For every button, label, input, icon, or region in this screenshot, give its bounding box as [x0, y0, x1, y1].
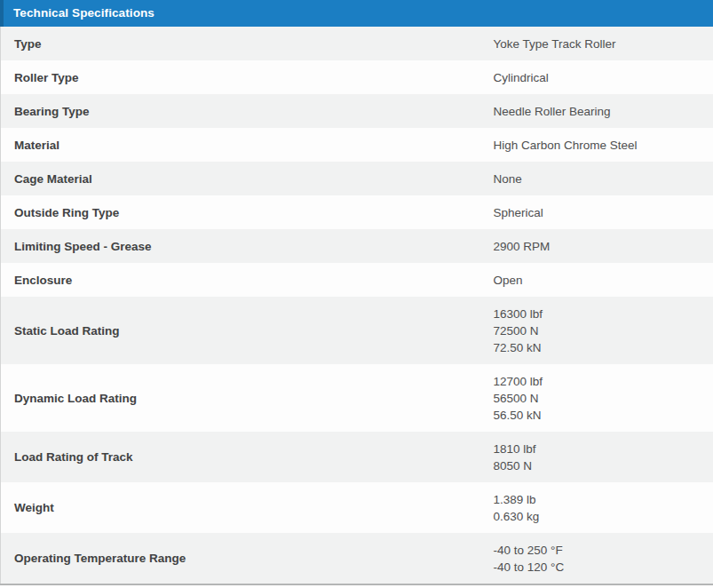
spec-label: Dynamic Load Rating: [1, 364, 480, 432]
spec-value: Needle Roller Bearing: [480, 94, 713, 128]
spec-value: 1810 lbf8050 N: [480, 432, 713, 482]
spec-row: Load Rating of Track 1810 lbf8050 N: [1, 432, 713, 482]
spec-label: Type: [1, 27, 480, 60]
spec-row: Operating Temperature Range -40 to 250 °…: [1, 533, 713, 584]
spec-value-line: 16300 lbf: [494, 306, 707, 322]
spec-row: Enclosure Open: [1, 263, 713, 297]
spec-label: Operating Temperature Range: [1, 533, 480, 584]
spec-value-line: 56500 N: [494, 390, 707, 407]
spec-value-line: 2900 RPM: [494, 238, 707, 255]
spec-row: Material High Carbon Chrome Steel: [1, 128, 713, 162]
spec-value-line: 1810 lbf: [494, 441, 707, 457]
spec-value-line: 72.50 kN: [494, 339, 707, 356]
spec-value-line: -40 to 120 °C: [494, 559, 707, 576]
spec-value: Cylindrical: [480, 60, 713, 94]
spec-value: -40 to 250 °F-40 to 120 °C: [480, 533, 713, 584]
spec-row: Bearing Type Needle Roller Bearing: [1, 94, 713, 128]
spec-value: Yoke Type Track Roller: [480, 27, 713, 60]
spec-table-body: Type Yoke Type Track Roller Roller Type …: [1, 27, 713, 584]
spec-value-line: None: [494, 171, 707, 187]
spec-row: Outside Ring Type Spherical: [1, 195, 713, 229]
spec-row: Roller Type Cylindrical: [1, 60, 713, 94]
spec-label: Limiting Speed - Grease: [1, 229, 480, 263]
spec-value-line: Yoke Type Track Roller: [494, 36, 707, 52]
spec-row: Weight 1.389 lb0.630 kg: [1, 482, 713, 533]
spec-row: Static Load Rating 16300 lbf72500 N72.50…: [1, 297, 713, 364]
spec-value-line: Cylindrical: [494, 69, 707, 86]
spec-value: Spherical: [480, 195, 713, 229]
spec-label: Load Rating of Track: [1, 432, 480, 482]
spec-value: None: [480, 162, 713, 195]
spec-value: High Carbon Chrome Steel: [480, 128, 713, 162]
spec-value: 1.389 lb0.630 kg: [480, 482, 713, 533]
spec-value: 12700 lbf56500 N56.50 kN: [480, 364, 713, 432]
spec-value-line: Open: [494, 272, 707, 289]
technical-specifications-panel: Technical Specifications Type Yoke Type …: [0, 0, 713, 585]
spec-value: Open: [480, 263, 713, 297]
spec-value-line: Needle Roller Bearing: [494, 103, 707, 120]
spec-table: Type Yoke Type Track Roller Roller Type …: [0, 27, 713, 585]
spec-row: Limiting Speed - Grease 2900 RPM: [1, 229, 713, 263]
spec-label: Outside Ring Type: [1, 195, 480, 229]
spec-row: Cage Material None: [1, 162, 713, 195]
spec-value-line: 1.389 lb: [494, 491, 707, 508]
spec-row: Type Yoke Type Track Roller: [1, 27, 713, 60]
spec-value-line: 12700 lbf: [494, 373, 707, 390]
spec-label: Bearing Type: [1, 94, 480, 128]
spec-row: Dynamic Load Rating 12700 lbf56500 N56.5…: [1, 364, 713, 432]
panel-header: Technical Specifications: [0, 0, 713, 27]
spec-value-line: 0.630 kg: [494, 508, 707, 525]
spec-label: Weight: [1, 482, 480, 533]
spec-value-line: 72500 N: [494, 322, 707, 339]
spec-value-line: High Carbon Chrome Steel: [494, 137, 707, 154]
spec-label: Material: [1, 128, 480, 162]
spec-value: 16300 lbf72500 N72.50 kN: [480, 297, 713, 364]
spec-value-line: 8050 N: [494, 457, 707, 474]
spec-value-line: Spherical: [494, 204, 707, 221]
spec-label: Static Load Rating: [1, 297, 480, 364]
spec-label: Enclosure: [1, 263, 480, 297]
spec-value: 2900 RPM: [480, 229, 713, 263]
spec-label: Cage Material: [1, 162, 480, 195]
spec-value-line: -40 to 250 °F: [494, 542, 707, 559]
spec-label: Roller Type: [1, 60, 480, 94]
spec-value-line: 56.50 kN: [494, 407, 707, 424]
